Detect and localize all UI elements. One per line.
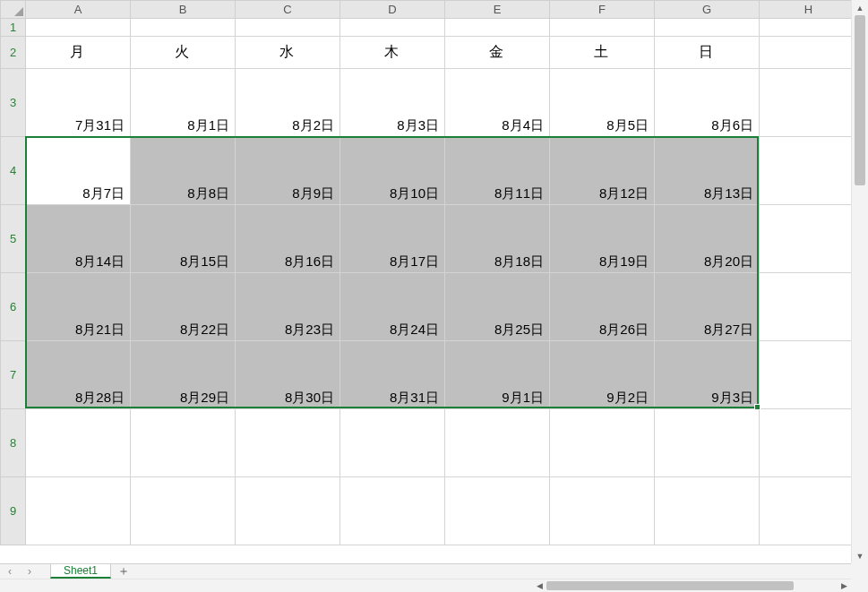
cell-H3[interactable] xyxy=(760,69,852,137)
cell-H5[interactable] xyxy=(760,205,852,273)
cell-F9[interactable] xyxy=(550,477,655,545)
cell-F5[interactable]: 8月19日 xyxy=(550,205,655,273)
cell-G5[interactable]: 8月20日 xyxy=(655,205,760,273)
row-header-4[interactable]: 4 xyxy=(1,137,26,205)
row-header-5[interactable]: 5 xyxy=(1,205,26,273)
col-header-C[interactable]: C xyxy=(236,1,340,19)
cell-B2[interactable]: 火 xyxy=(131,37,236,69)
cell-E4[interactable]: 8月11日 xyxy=(445,137,550,205)
cell-A7[interactable]: 8月28日 xyxy=(26,341,131,409)
cell-E1[interactable] xyxy=(445,19,550,37)
cell-G7[interactable]: 9月3日 xyxy=(655,341,760,409)
cell-F1[interactable] xyxy=(550,19,655,37)
cell-D7[interactable]: 8月31日 xyxy=(340,341,445,409)
col-header-B[interactable]: B xyxy=(131,1,236,19)
cell-C9[interactable] xyxy=(236,477,340,545)
cell-F2[interactable]: 土 xyxy=(550,37,655,69)
cell-D5[interactable]: 8月17日 xyxy=(340,205,445,273)
cell-H2[interactable] xyxy=(760,37,852,69)
row-header-8[interactable]: 8 xyxy=(1,409,26,477)
horizontal-scrollbar[interactable]: ◀ ▶ xyxy=(533,579,851,592)
cell-E7[interactable]: 9月1日 xyxy=(445,341,550,409)
cell-H4[interactable] xyxy=(760,137,852,205)
cell-G8[interactable] xyxy=(655,409,760,477)
cell-C8[interactable] xyxy=(236,409,340,477)
cell-A6[interactable]: 8月21日 xyxy=(26,273,131,341)
cell-A1[interactable] xyxy=(26,19,131,37)
cell-H9[interactable] xyxy=(760,477,852,545)
cell-F8[interactable] xyxy=(550,409,655,477)
cell-E9[interactable] xyxy=(445,477,550,545)
cell-A2[interactable]: 月 xyxy=(26,37,131,69)
col-header-H[interactable]: H xyxy=(760,1,852,19)
cell-D8[interactable] xyxy=(340,409,445,477)
tab-nav-next[interactable]: › xyxy=(20,564,39,579)
cell-D2[interactable]: 木 xyxy=(340,37,445,69)
horizontal-scroll-track[interactable] xyxy=(546,579,838,592)
row-header-1[interactable]: 1 xyxy=(1,19,26,37)
cell-B5[interactable]: 8月15日 xyxy=(131,205,236,273)
row-header-3[interactable]: 3 xyxy=(1,69,26,137)
cell-G4[interactable]: 8月13日 xyxy=(655,137,760,205)
cell-A8[interactable] xyxy=(26,409,131,477)
cell-D4[interactable]: 8月10日 xyxy=(340,137,445,205)
cell-G6[interactable]: 8月27日 xyxy=(655,273,760,341)
cell-B4[interactable]: 8月8日 xyxy=(131,137,236,205)
cell-C5[interactable]: 8月16日 xyxy=(236,205,340,273)
cell-A4[interactable]: 8月7日 xyxy=(26,137,131,205)
scroll-up-button[interactable]: ▲ xyxy=(852,0,868,15)
cell-B8[interactable] xyxy=(131,409,236,477)
cell-F7[interactable]: 9月2日 xyxy=(550,341,655,409)
add-sheet-button[interactable]: ＋ xyxy=(111,564,136,579)
sheet-tab-active[interactable]: Sheet1 xyxy=(50,564,111,579)
row-header-6[interactable]: 6 xyxy=(1,273,26,341)
cell-E6[interactable]: 8月25日 xyxy=(445,273,550,341)
select-all-corner[interactable] xyxy=(1,1,26,19)
cell-F3[interactable]: 8月5日 xyxy=(550,69,655,137)
cell-H1[interactable] xyxy=(760,19,852,37)
cell-G1[interactable] xyxy=(655,19,760,37)
cell-D1[interactable] xyxy=(340,19,445,37)
scroll-left-button[interactable]: ◀ xyxy=(533,579,546,593)
cell-G9[interactable] xyxy=(655,477,760,545)
col-header-D[interactable]: D xyxy=(340,1,445,19)
cell-C2[interactable]: 水 xyxy=(236,37,340,69)
scroll-right-button[interactable]: ▶ xyxy=(838,579,851,593)
worksheet-grid[interactable]: A B C D E F G H 1 2 月 火 水 木 金 土 日 3 7月31… xyxy=(0,0,851,563)
cell-F4[interactable]: 8月12日 xyxy=(550,137,655,205)
cell-E2[interactable]: 金 xyxy=(445,37,550,69)
cell-C7[interactable]: 8月30日 xyxy=(236,341,340,409)
cell-B6[interactable]: 8月22日 xyxy=(131,273,236,341)
cell-C6[interactable]: 8月23日 xyxy=(236,273,340,341)
cell-H8[interactable] xyxy=(760,409,852,477)
col-header-G[interactable]: G xyxy=(655,1,760,19)
cell-B7[interactable]: 8月29日 xyxy=(131,341,236,409)
cell-D6[interactable]: 8月24日 xyxy=(340,273,445,341)
cell-G3[interactable]: 8月6日 xyxy=(655,69,760,137)
cell-B3[interactable]: 8月1日 xyxy=(131,69,236,137)
scroll-down-button[interactable]: ▼ xyxy=(852,548,868,563)
cell-A3[interactable]: 7月31日 xyxy=(26,69,131,137)
cell-E5[interactable]: 8月18日 xyxy=(445,205,550,273)
vertical-scroll-thumb[interactable] xyxy=(855,15,865,185)
vertical-scroll-track[interactable] xyxy=(852,15,868,548)
cell-H7[interactable] xyxy=(760,341,852,409)
cell-D9[interactable] xyxy=(340,477,445,545)
cell-E3[interactable]: 8月4日 xyxy=(445,69,550,137)
cell-C1[interactable] xyxy=(236,19,340,37)
row-header-7[interactable]: 7 xyxy=(1,341,26,409)
cell-A9[interactable] xyxy=(26,477,131,545)
cell-G2[interactable]: 日 xyxy=(655,37,760,69)
horizontal-scroll-thumb[interactable] xyxy=(546,581,794,590)
vertical-scrollbar[interactable]: ▲ ▼ xyxy=(851,0,868,563)
cell-H6[interactable] xyxy=(760,273,852,341)
tab-nav-prev[interactable]: ‹ xyxy=(0,564,20,579)
cell-C3[interactable]: 8月2日 xyxy=(236,69,340,137)
cell-A5[interactable]: 8月14日 xyxy=(26,205,131,273)
cell-C4[interactable]: 8月9日 xyxy=(236,137,340,205)
col-header-A[interactable]: A xyxy=(26,1,131,19)
cell-D3[interactable]: 8月3日 xyxy=(340,69,445,137)
col-header-E[interactable]: E xyxy=(445,1,550,19)
cell-E8[interactable] xyxy=(445,409,550,477)
col-header-F[interactable]: F xyxy=(550,1,655,19)
